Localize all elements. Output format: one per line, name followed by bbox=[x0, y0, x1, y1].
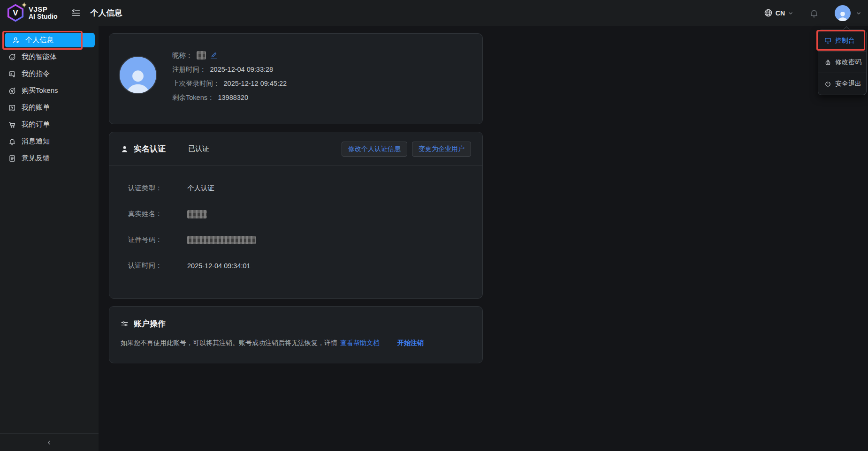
sidebar-item-my-bills[interactable]: 我的账单 bbox=[1, 100, 95, 115]
profile-info: 昵称： 注册时间： 2025-12-04 09:33:28 上次登录时间： 20… bbox=[172, 49, 287, 105]
brand-subtitle: AI Studio bbox=[29, 13, 57, 20]
account-ops-body: 如果您不再使用此账号，可以将其注销。账号成功注销后将无法恢复，详情 查看帮助文档… bbox=[109, 339, 482, 347]
menu-item-label: 控制台 bbox=[835, 37, 855, 45]
censored-nickname bbox=[197, 51, 206, 60]
menu-item-label: 安全退出 bbox=[835, 80, 861, 88]
brand-logo: V bbox=[7, 4, 24, 22]
auth-time-value: 2025-12-04 09:34:01 bbox=[187, 262, 251, 270]
sidebar-item-feedback[interactable]: 意见反馈 bbox=[1, 151, 95, 165]
auth-title: 实名认证 bbox=[134, 143, 166, 154]
topbar-right: CN bbox=[764, 5, 868, 21]
auth-card-header: 实名认证 已认证 修改个人认证信息 变更为企业用户 bbox=[109, 132, 482, 166]
agent-icon bbox=[8, 53, 16, 61]
account-ops-card: 账户操作 如果您不再使用此账号，可以将其注销。账号成功注销后将无法恢复，详情 查… bbox=[109, 306, 483, 363]
sidebar-item-label: 我的订单 bbox=[22, 120, 50, 129]
register-time-label: 注册时间： bbox=[172, 65, 206, 74]
deregister-description: 如果您不再使用此账号，可以将其注销。账号成功注销后将无法恢复，详情 bbox=[121, 339, 337, 347]
menu-item-change-password[interactable]: 修改密码 bbox=[818, 52, 866, 73]
cart-icon bbox=[8, 121, 16, 128]
register-time-value: 2025-12-04 09:33:28 bbox=[210, 66, 274, 73]
user-menu-trigger[interactable] bbox=[835, 5, 861, 21]
sliders-icon bbox=[121, 320, 129, 328]
menu-item-logout[interactable]: 安全退出 bbox=[818, 73, 866, 95]
real-name-label: 真实姓名： bbox=[128, 210, 187, 218]
edit-auth-info-button[interactable]: 修改个人认证信息 bbox=[342, 142, 407, 157]
id-number-label: 证件号码： bbox=[128, 235, 187, 244]
sidebar-item-label: 我的指令 bbox=[22, 69, 50, 78]
nickname-row: 昵称： bbox=[172, 49, 287, 62]
auth-details: 认证类型： 个人认证 真实姓名： 证件号码： 认证时间： 2025-12-04 … bbox=[109, 166, 482, 278]
brand-text: VJSP AI Studio bbox=[29, 6, 57, 21]
sidebar-nav: 个人信息 我的智能体 我的指令 购买Token bbox=[0, 26, 99, 165]
start-deregister-link[interactable]: 开始注销 bbox=[397, 339, 424, 347]
user-icon bbox=[121, 145, 129, 153]
last-login-row: 上次登录时间： 2025-12-12 09:45:22 bbox=[172, 77, 287, 90]
sidebar-item-label: 消息通知 bbox=[22, 137, 50, 146]
sidebar-item-personal-info[interactable]: 个人信息 bbox=[5, 33, 95, 47]
menu-item-console[interactable]: 控制台 bbox=[818, 30, 866, 52]
auth-type-value: 个人认证 bbox=[187, 184, 214, 193]
real-name-row: 真实姓名： bbox=[128, 201, 482, 227]
top-bar: V VJSP AI Studio 个人信息 CN bbox=[0, 0, 868, 26]
tokens-icon bbox=[8, 87, 16, 95]
feedback-icon bbox=[8, 155, 16, 162]
chevron-left-icon bbox=[46, 439, 53, 446]
sidebar-item-buy-tokens[interactable]: 购买Tokens bbox=[1, 83, 95, 98]
edit-nickname-icon[interactable] bbox=[211, 52, 217, 59]
sidebar-item-notifications[interactable]: 消息通知 bbox=[1, 134, 95, 149]
sidebar-item-my-agents[interactable]: 我的智能体 bbox=[1, 50, 95, 64]
chevron-down-icon bbox=[856, 10, 861, 16]
chevron-down-icon bbox=[788, 10, 793, 16]
change-to-enterprise-button[interactable]: 变更为企业用户 bbox=[412, 142, 471, 157]
sidebar-item-label: 购买Tokens bbox=[22, 86, 58, 95]
lock-icon bbox=[824, 59, 831, 66]
nickname-label: 昵称： bbox=[172, 51, 193, 60]
sidebar-item-label: 我的账单 bbox=[22, 103, 50, 112]
account-ops-title: 账户操作 bbox=[134, 318, 166, 329]
account-ops-header: 账户操作 bbox=[109, 307, 482, 329]
last-login-value: 2025-12-12 09:45:22 bbox=[224, 80, 287, 87]
censored-id-number bbox=[187, 236, 256, 244]
power-icon bbox=[824, 81, 831, 88]
help-doc-link[interactable]: 查看帮助文档 bbox=[340, 339, 380, 347]
tokens-value: 13988320 bbox=[218, 94, 248, 101]
auth-time-label: 认证时间： bbox=[128, 261, 187, 270]
avatar bbox=[835, 5, 851, 21]
sidebar-item-my-commands[interactable]: 我的指令 bbox=[1, 67, 95, 81]
sidebar-item-my-orders[interactable]: 我的订单 bbox=[1, 117, 95, 132]
sidebar-collapse-button[interactable] bbox=[0, 433, 99, 451]
auth-type-label: 认证类型： bbox=[128, 184, 187, 193]
profile-card: 昵称： 注册时间： 2025-12-04 09:33:28 上次登录时间： 20… bbox=[109, 33, 483, 124]
menu-item-label: 修改密码 bbox=[835, 58, 861, 67]
censored-real-name bbox=[187, 210, 207, 218]
bill-icon bbox=[8, 104, 16, 112]
register-time-row: 注册时间： 2025-12-04 09:33:28 bbox=[172, 63, 287, 76]
last-login-label: 上次登录时间： bbox=[172, 79, 220, 88]
user-icon bbox=[12, 37, 20, 44]
notification-bell-icon[interactable] bbox=[809, 8, 819, 18]
language-selector[interactable]: CN bbox=[764, 8, 793, 17]
globe-icon bbox=[764, 8, 773, 17]
language-label: CN bbox=[776, 9, 785, 17]
auth-status: 已认证 bbox=[188, 144, 209, 153]
sparkle-icon bbox=[21, 1, 28, 8]
brand-title: VJSP bbox=[29, 6, 57, 14]
sidebar-item-label: 个人信息 bbox=[25, 36, 53, 45]
auth-card: 实名认证 已认证 修改个人认证信息 变更为企业用户 认证类型： 个人认证 真实姓… bbox=[109, 132, 483, 299]
tokens-row: 剩余Tokens： 13988320 bbox=[172, 91, 287, 104]
console-icon bbox=[824, 37, 831, 44]
page-title: 个人信息 bbox=[90, 8, 122, 18]
bell-icon bbox=[8, 138, 16, 145]
auth-type-row: 认证类型： 个人认证 bbox=[128, 175, 482, 201]
main-content: 昵称： 注册时间： 2025-12-04 09:33:28 上次登录时间： 20… bbox=[99, 26, 868, 451]
command-icon bbox=[8, 70, 16, 78]
id-number-row: 证件号码： bbox=[128, 227, 482, 253]
auth-time-row: 认证时间： 2025-12-04 09:34:01 bbox=[128, 253, 482, 278]
sidebar: 个人信息 我的智能体 我的指令 购买Token bbox=[0, 26, 99, 451]
auth-buttons: 修改个人认证信息 变更为企业用户 bbox=[342, 142, 471, 157]
sidebar-item-label: 我的智能体 bbox=[22, 53, 57, 61]
avatar bbox=[119, 56, 157, 94]
menu-fold-icon[interactable] bbox=[70, 8, 82, 19]
tokens-label: 剩余Tokens： bbox=[172, 93, 214, 102]
user-dropdown-menu: 控制台 修改密码 安全退出 bbox=[818, 30, 867, 95]
